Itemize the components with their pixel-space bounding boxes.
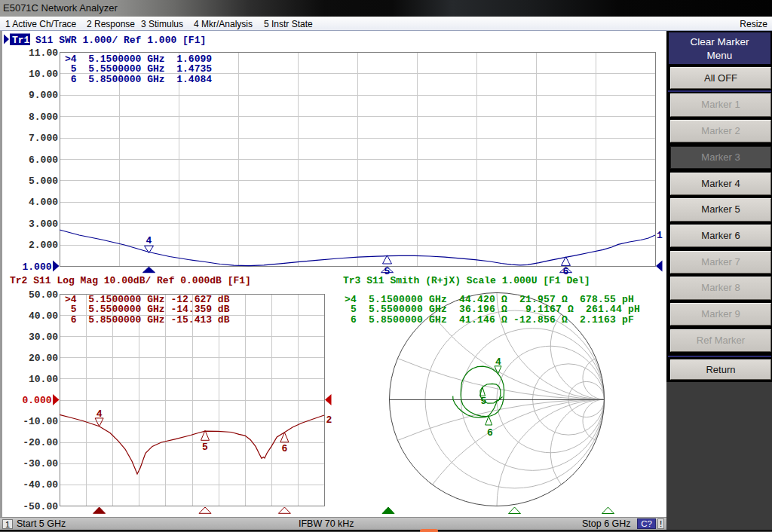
- svg-text:-20.00: -20.00: [23, 437, 58, 448]
- svg-text:Tr1: Tr1: [12, 35, 30, 46]
- svg-text:3.000: 3.000: [29, 219, 58, 230]
- svg-text:7.000: 7.000: [29, 133, 58, 144]
- svg-text:6.000: 6.000: [29, 154, 58, 166]
- svg-text:11.00: 11.00: [29, 47, 58, 59]
- svg-text:50.00: 50.00: [29, 289, 58, 301]
- svg-text:10.00: 10.00: [29, 374, 58, 385]
- svg-text:Tr2 S11 Log Mag 10.00dB/ Ref 0: Tr2 S11 Log Mag 10.00dB/ Ref 0.000dB [F1…: [10, 275, 251, 286]
- svg-text:4: 4: [146, 235, 152, 246]
- svg-text:30.00: 30.00: [29, 332, 58, 343]
- svg-text:4.000: 4.000: [29, 197, 58, 208]
- svg-text:4: 4: [96, 408, 103, 420]
- svg-text:5: 5: [202, 442, 208, 453]
- svg-text:1: 1: [657, 230, 663, 241]
- svg-text:6 5.8500000 GHz 1.4084: 6 5.8500000 GHz 1.4084: [65, 74, 212, 85]
- svg-text:10.00: 10.00: [29, 69, 58, 80]
- svg-text:0.000: 0.000: [22, 395, 51, 406]
- svg-text:6: 6: [487, 427, 493, 439]
- svg-text:20.00: 20.00: [29, 353, 58, 364]
- svg-text:Tr3 S11 Smith (R+jX) Scale 1.0: Tr3 S11 Smith (R+jX) Scale 1.000U [F1 De…: [343, 275, 590, 286]
- svg-text:9.000: 9.000: [29, 90, 58, 101]
- svg-text:4: 4: [495, 356, 501, 368]
- svg-text:1.000: 1.000: [22, 261, 51, 273]
- svg-text:8.000: 8.000: [29, 112, 58, 123]
- svg-text:6 5.8500000 GHz -15.413 dB: 6 5.8500000 GHz -15.413 dB: [65, 314, 230, 326]
- svg-text:2.000: 2.000: [29, 240, 58, 251]
- svg-text:-50.00: -50.00: [23, 501, 58, 512]
- svg-text:5: 5: [481, 396, 487, 407]
- svg-text:2: 2: [326, 414, 332, 426]
- svg-text:6: 6: [281, 443, 287, 454]
- svg-text:6 5.8500000 GHz 41.146 Ω -12: 6 5.8500000 GHz 41.146 Ω -12.856 Ω 2.116…: [345, 314, 634, 326]
- svg-text:S11 SWR 1.000/ Ref 1.000 [F1]: S11 SWR 1.000/ Ref 1.000 [F1]: [35, 35, 206, 46]
- svg-text:5.000: 5.000: [29, 176, 58, 187]
- svg-text:40.00: 40.00: [29, 310, 58, 322]
- svg-text:-30.00: -30.00: [23, 458, 58, 469]
- svg-text:-10.00: -10.00: [23, 416, 58, 427]
- svg-text:-40.00: -40.00: [23, 479, 58, 491]
